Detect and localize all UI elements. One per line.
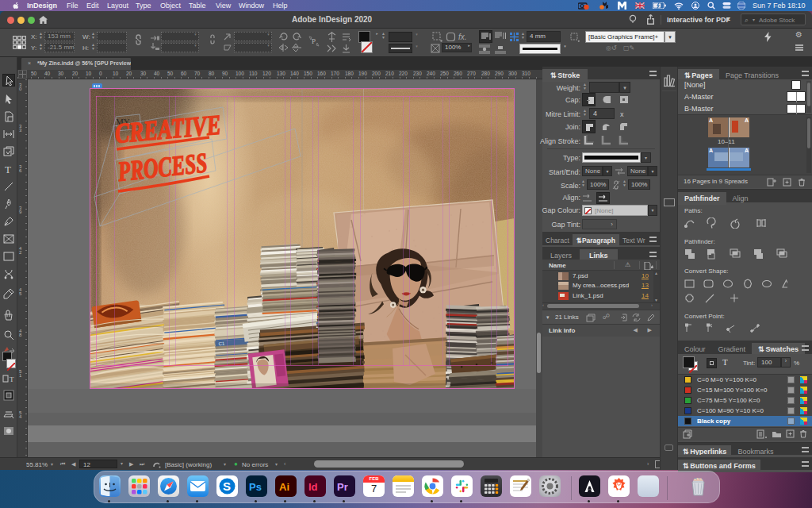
svg-text:C1: C1 [218,341,225,347]
svg-text:S: S [223,479,231,493]
svg-text:Ai: Ai [279,481,289,493]
svg-text:T: T [10,375,14,383]
svg-text:T: T [5,164,11,175]
svg-text:P: P [312,37,316,45]
svg-text:Id: Id [308,481,318,493]
svg-text:Ps: Ps [249,481,262,493]
svg-text:Pr: Pr [337,481,348,493]
